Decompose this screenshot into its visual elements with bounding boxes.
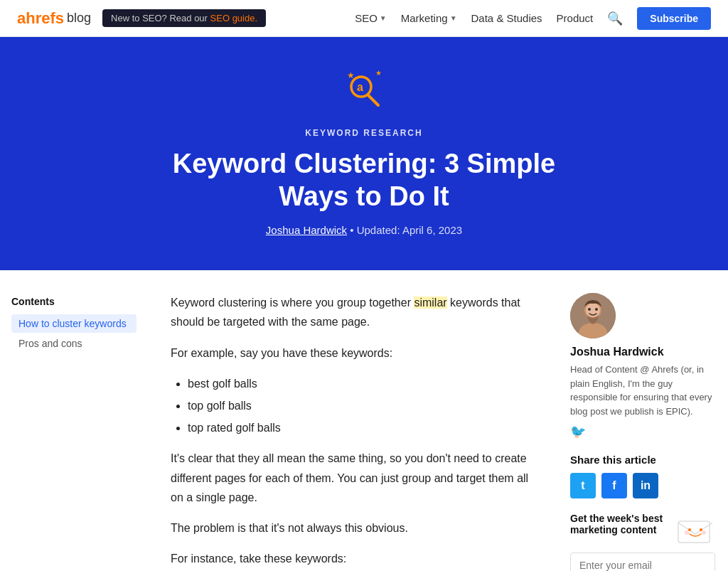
svg-line-1 bbox=[368, 95, 378, 105]
hero-title: Keyword Clustering: 3 Simple Ways to Do … bbox=[151, 148, 577, 213]
svg-point-10 bbox=[595, 308, 598, 311]
nav-right: SEO ▼ Marketing ▼ Data & Studies Product… bbox=[355, 7, 711, 30]
nav-marketing[interactable]: Marketing ▼ bbox=[401, 12, 457, 24]
marketing-dropdown-arrow: ▼ bbox=[450, 14, 457, 22]
page-body: Contents How to cluster keywords Pros an… bbox=[0, 270, 728, 571]
updated-date: Updated: April 6, 2023 bbox=[357, 224, 462, 236]
twitter-icon: t bbox=[581, 479, 584, 492]
svg-point-9 bbox=[588, 308, 591, 311]
hero-meta: Joshua Hardwick • Updated: April 6, 2023 bbox=[14, 224, 714, 236]
svg-point-14 bbox=[685, 530, 689, 535]
facebook-icon: f bbox=[612, 479, 616, 492]
svg-point-13 bbox=[700, 528, 702, 531]
article-content: Keyword clustering is where you group to… bbox=[154, 293, 559, 571]
share-facebook-button[interactable]: f bbox=[601, 473, 627, 498]
linkedin-icon: in bbox=[641, 479, 651, 492]
share-buttons: t f in bbox=[570, 473, 715, 498]
seo-dropdown-arrow: ▼ bbox=[380, 14, 387, 22]
author-link[interactable]: Joshua Hardwick bbox=[266, 224, 347, 236]
hero-category: KEYWORD RESEARCH bbox=[14, 128, 714, 138]
nav-seo[interactable]: SEO ▼ bbox=[355, 12, 387, 24]
newsletter-title: Get the week's best marketing content bbox=[570, 513, 670, 535]
hero-section: a ★ ★ KEYWORD RESEARCH Keyword Clusterin… bbox=[0, 37, 728, 270]
author-twitter-icon[interactable]: 🐦 bbox=[570, 425, 586, 439]
article-para3: The problem is that it's not always this… bbox=[171, 518, 542, 538]
logo[interactable]: ahrefs blog bbox=[17, 9, 91, 28]
sidebar-item-how-to-cluster[interactable]: How to cluster keywords bbox=[11, 314, 136, 333]
logo-blog: blog bbox=[67, 11, 91, 26]
newsletter-section: Get the week's best marketing content bbox=[570, 513, 715, 571]
author-card: Joshua Hardwick Head of Content @ Ahrefs… bbox=[570, 293, 715, 439]
nav-left: ahrefs blog New to SEO? Read our SEO gui… bbox=[17, 9, 266, 28]
article-example-intro2: For instance, take these keywords: bbox=[171, 549, 542, 568]
seo-guide-link[interactable]: SEO guide. bbox=[210, 13, 258, 23]
author-avatar bbox=[570, 293, 616, 338]
list-item: best golf balls bbox=[188, 374, 542, 393]
list-item: top golf balls bbox=[188, 396, 542, 415]
hero-icon: a ★ ★ bbox=[14, 65, 714, 119]
sidebar: Contents How to cluster keywords Pros an… bbox=[11, 293, 154, 571]
logo-text: ahrefs bbox=[17, 9, 64, 28]
author-bio: Head of Content @ Ahrefs (or, in plain E… bbox=[570, 363, 715, 418]
right-column: Joshua Hardwick Head of Content @ Ahrefs… bbox=[559, 293, 715, 571]
subscribe-button[interactable]: Subscribe bbox=[637, 7, 711, 30]
navbar: ahrefs blog New to SEO? Read our SEO gui… bbox=[0, 0, 728, 37]
keywords-list-1: best golf balls top golf balls top rated… bbox=[188, 374, 542, 438]
author-name: Joshua Hardwick bbox=[570, 346, 715, 358]
nav-banner: New to SEO? Read our SEO guide. bbox=[102, 9, 266, 27]
nav-data-studies[interactable]: Data & Studies bbox=[471, 12, 542, 24]
nav-product[interactable]: Product bbox=[557, 12, 594, 24]
share-twitter-button[interactable]: t bbox=[570, 473, 596, 498]
article-para2: It's clear that they all mean the same t… bbox=[171, 449, 542, 507]
share-title: Share this article bbox=[570, 454, 715, 466]
share-linkedin-button[interactable]: in bbox=[633, 473, 658, 498]
list-item: top rated golf balls bbox=[188, 418, 542, 437]
sidebar-title: Contents bbox=[11, 296, 136, 307]
envelope-decoration bbox=[675, 510, 715, 553]
sidebar-item-pros-cons[interactable]: Pros and cons bbox=[11, 334, 136, 353]
svg-text:a: a bbox=[357, 81, 363, 93]
search-icon[interactable]: 🔍 bbox=[607, 11, 623, 26]
newsletter-email-input[interactable] bbox=[570, 553, 715, 571]
article-intro: Keyword clustering is where you group to… bbox=[171, 293, 542, 331]
svg-point-15 bbox=[702, 530, 706, 535]
svg-point-12 bbox=[688, 528, 691, 531]
article-example-intro: For example, say you have these keywords… bbox=[171, 343, 542, 363]
highlight-similar: similar bbox=[414, 297, 446, 309]
svg-text:★: ★ bbox=[375, 69, 382, 77]
svg-text:★: ★ bbox=[347, 70, 355, 80]
